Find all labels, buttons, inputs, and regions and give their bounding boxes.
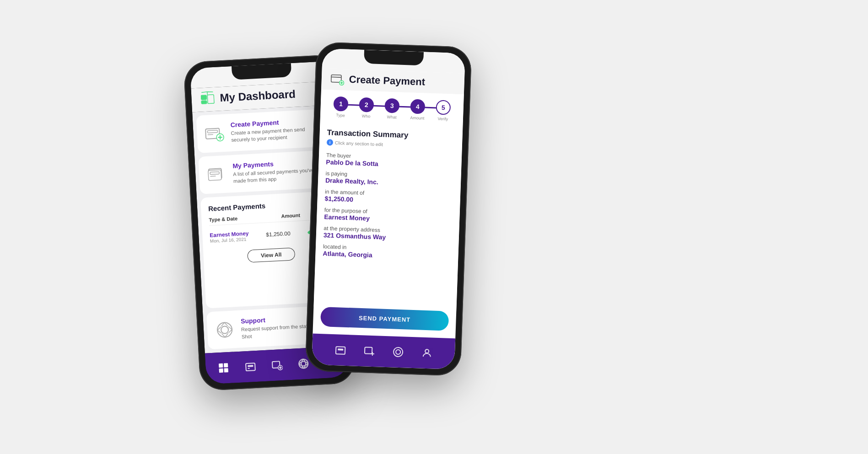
svg-point-17 [221,326,228,334]
svg-point-38 [301,361,306,366]
svg-rect-0 [201,95,207,100]
location-row[interactable]: located in Atlanta, Georgia [323,243,451,262]
transaction-summary: Transaction Summary i Click any section … [313,121,463,311]
step-circle-4: 4 [410,99,425,114]
nav-dashboard[interactable] [216,361,230,374]
svg-line-5 [207,134,213,135]
purpose-row[interactable]: for the purpose of Earnest Money [324,207,453,225]
create-payment-icon [204,123,225,144]
step-label-5: Verify [437,116,448,121]
step-circle-2: 2 [359,97,374,112]
svg-rect-54 [337,348,343,350]
nav2-payments[interactable] [334,343,347,357]
step-circle-1: 1 [333,96,348,111]
svg-line-49 [331,77,341,77]
create-payment-header-icon [330,72,345,85]
svg-rect-26 [219,363,223,367]
amount-row[interactable]: in the amount of $1,250.00 [324,188,453,207]
svg-point-16 [217,322,232,337]
buyer-row[interactable]: The buyer Pablo De la Sotta [326,152,454,170]
svg-rect-28 [219,368,223,372]
svg-rect-2 [207,94,214,103]
col-header-amount: Amount [274,212,307,219]
svg-rect-55 [364,347,372,354]
step-1[interactable]: 1 Type [327,96,354,118]
create-payment-title-header: Create Payment [349,73,425,88]
payment-info: Earnest Money Mon, Jul 16, 2021 [209,230,249,243]
nav-create[interactable] [270,358,283,371]
svg-rect-31 [247,365,253,367]
view-all-button[interactable]: View All [247,247,295,262]
step-circle-3: 3 [384,98,399,113]
nav2-support[interactable] [391,345,404,358]
svg-point-60 [425,349,428,353]
svg-point-59 [395,349,400,354]
svg-rect-48 [331,75,341,82]
click-edit-text: Click any section to edit [334,140,383,147]
nav2-profile[interactable] [420,346,433,359]
nav-payments[interactable] [243,359,257,373]
payee-row[interactable]: is paying Drake Realty, Inc. [325,170,453,188]
stepper: 1 Type 2 Who 3 What 4 Amount [327,96,456,122]
svg-rect-27 [224,363,228,367]
support-icon [214,319,235,340]
info-icon: i [326,139,333,145]
dashboard-icon [200,91,216,106]
bottom-nav-2 [312,333,455,369]
col-header-type: Type & Date [209,213,275,222]
stepper-area: 1 Type 2 Who 3 What 4 Amount [320,89,464,126]
svg-point-58 [393,347,403,357]
step-2[interactable]: 2 Who [353,97,379,119]
nav2-create[interactable] [362,344,376,358]
svg-rect-4 [207,130,217,133]
payment-amount: $1,250.00 [262,230,294,238]
step-3[interactable]: 3 What [378,98,405,120]
svg-rect-1 [201,100,206,104]
step-4[interactable]: 4 Amount [404,99,431,121]
step-label-4: Amount [410,115,424,120]
step-label-2: Who [361,113,370,118]
step-5[interactable]: 5 Verify [430,100,456,122]
address-row[interactable]: at the property address 321 Osmanthus Wa… [323,225,452,243]
svg-rect-13 [208,170,221,180]
step-label-1: Type [336,112,345,118]
phone-create-payment: Create Payment 1 Type 2 Who 3 What [305,42,472,376]
dashboard-title: My Dashboard [219,87,296,104]
notch-2 [364,49,424,65]
send-payment-button[interactable]: SEND PAYMENT [320,306,448,331]
step-circle-5: 5 [436,100,451,115]
create-payment-text: Create Payment Create a new payment then… [230,116,325,144]
step-label-3: What [387,114,396,119]
notch-1 [231,63,291,80]
svg-rect-29 [224,368,228,372]
my-payments-icon [206,164,227,185]
